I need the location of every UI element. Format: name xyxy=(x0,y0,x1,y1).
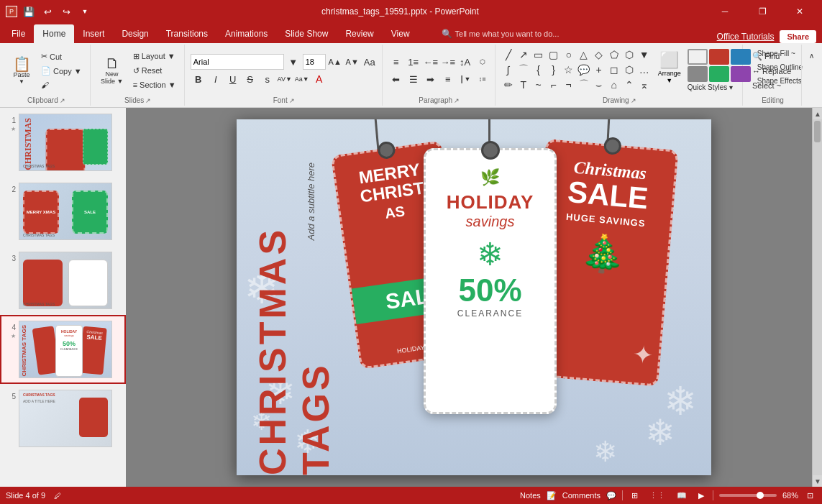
scroll-thumb[interactable] xyxy=(814,121,821,142)
tab-transitions[interactable]: Transitions xyxy=(157,24,216,43)
shape-r6[interactable]: ⌂ xyxy=(607,78,621,92)
zoom-thumb[interactable] xyxy=(757,492,764,499)
tab-animations[interactable]: Animations xyxy=(216,24,276,43)
find-button[interactable]: 🔍 Find xyxy=(749,50,795,63)
shape-action[interactable]: ⬡ xyxy=(622,63,636,77)
slides-expand[interactable]: ↗ xyxy=(145,97,151,104)
shape-diamond[interactable]: ◇ xyxy=(592,47,606,62)
strikethrough-button[interactable]: S xyxy=(242,71,258,87)
minimize-button[interactable]: ─ xyxy=(708,0,741,23)
char-spacing-button[interactable]: AV▼ xyxy=(277,71,293,87)
slide-thumb-4[interactable]: 4 ★ CHRISTMAS TAGS HOLIDAY savings 50% C… xyxy=(0,315,126,384)
bullets-button[interactable]: ≡ xyxy=(388,54,404,70)
shape-equation[interactable]: + xyxy=(592,63,606,77)
decrease-indent-button[interactable]: ←≡ xyxy=(423,54,439,70)
close-button[interactable]: ✕ xyxy=(783,0,816,23)
scroll-up-arrow[interactable]: ▲ xyxy=(813,108,822,119)
align-right-button[interactable]: ➡ xyxy=(423,71,439,87)
restore-button[interactable]: ❐ xyxy=(746,0,779,23)
shape-freeform[interactable]: ✏ xyxy=(501,78,516,92)
font-size-input[interactable]: 18 xyxy=(303,54,326,70)
shape-pentagon[interactable]: ⬠ xyxy=(607,47,621,62)
clipboard-expand[interactable]: ↗ xyxy=(60,97,65,104)
shape-r7[interactable]: ⌃ xyxy=(622,78,636,92)
shape-hexagon[interactable]: ⬡ xyxy=(622,47,636,62)
tab-insert[interactable]: Insert xyxy=(74,24,113,43)
align-left-button[interactable]: ⬅ xyxy=(388,71,404,87)
scroll-down-arrow[interactable]: ▼ xyxy=(813,475,822,487)
redo-button[interactable]: ↪ xyxy=(59,4,73,19)
undo-button[interactable]: ↩ xyxy=(40,4,55,19)
save-button[interactable]: 💾 xyxy=(22,4,36,19)
share-button[interactable]: Share xyxy=(780,30,816,43)
para-expand[interactable]: ↗ xyxy=(454,97,460,104)
font-color-button[interactable]: A xyxy=(311,71,327,87)
shape-r4[interactable]: ⌒ xyxy=(577,78,591,92)
slide-notes-edit[interactable]: 🖊 xyxy=(54,492,61,500)
new-slide-button[interactable]: 🗋 NewSlide ▼ xyxy=(96,54,128,87)
qs-2[interactable] xyxy=(709,49,729,65)
slide-thumb-2[interactable]: 2 MERRY XMAS SALE CHRISTMAS TAGS xyxy=(0,177,126,246)
slide-thumb-1[interactable]: 1 ★ CHRISTMAS CHRISTMAS TAGS xyxy=(0,108,126,177)
justify-button[interactable]: ≡ xyxy=(440,71,456,87)
qs-4[interactable] xyxy=(688,66,708,82)
fit-slide-button[interactable]: ⊡ xyxy=(804,490,816,502)
shape-brace[interactable]: } xyxy=(547,63,561,77)
shape-triangle[interactable]: △ xyxy=(577,47,591,62)
canvas-scrollbar[interactable]: ▲ ▼ xyxy=(812,108,822,487)
shape-more2[interactable]: … xyxy=(637,63,652,77)
shape-textbox[interactable]: T xyxy=(516,78,531,92)
font-expand[interactable]: ↗ xyxy=(289,97,295,104)
select-button[interactable]: Select ~ xyxy=(749,79,795,92)
shape-r3[interactable]: ¬ xyxy=(562,78,576,92)
tab-file[interactable]: File xyxy=(3,24,34,43)
shape-bracket[interactable]: { xyxy=(531,63,546,77)
tab-view[interactable]: View xyxy=(383,24,419,43)
shape-connector[interactable]: ⌒ xyxy=(516,63,531,77)
cut-button[interactable]: ✂ Cut xyxy=(37,50,86,63)
shape-oval[interactable]: ○ xyxy=(562,47,576,62)
shape-star[interactable]: ☆ xyxy=(562,63,576,77)
underline-button[interactable]: U xyxy=(225,71,241,87)
slide-list[interactable]: 1 ★ CHRISTMAS CHRISTMAS TAGS 2 xyxy=(0,108,126,487)
section-button[interactable]: ≡ Section ▼ xyxy=(129,78,180,91)
convert-smartart-button[interactable]: ⬡ xyxy=(475,54,490,70)
shape-line[interactable]: ╱ xyxy=(501,47,516,62)
shape-r5[interactable]: ⌣ xyxy=(592,78,606,92)
quick-styles-label[interactable]: Quick Styles ▾ xyxy=(688,83,733,91)
shape-r2[interactable]: ⌐ xyxy=(547,78,561,92)
clear-formatting-button[interactable]: Aa xyxy=(362,54,378,70)
italic-button[interactable]: I xyxy=(208,71,224,87)
slide-thumb-5[interactable]: 5 CHRISTMAS TAGS ADD A TITLE HERE xyxy=(0,384,126,453)
arrange-button[interactable]: ⬜ Arrange ▼ xyxy=(654,47,685,88)
shape-more[interactable]: ▼ xyxy=(637,47,652,62)
reset-button[interactable]: ↺ Reset xyxy=(129,64,180,78)
tab-search[interactable]: 🔍 Tell me what you want to do... xyxy=(433,24,568,43)
canvas-area[interactable]: ❄ ❄ ❄ ❄ ❄ ❄ ❄ CHRISTMAS TAGS Add a subti… xyxy=(126,108,822,487)
font-family-expand[interactable]: ▼ xyxy=(286,54,301,70)
change-case-button[interactable]: Aa▼ xyxy=(294,71,310,87)
shape-r8[interactable]: ⌅ xyxy=(637,78,652,92)
shape-callout[interactable]: 💬 xyxy=(577,63,591,77)
numbering-button[interactable]: 1≡ xyxy=(406,54,421,70)
view-normal[interactable]: ⊞ xyxy=(629,490,641,502)
bold-button[interactable]: B xyxy=(191,71,206,87)
comments-button[interactable]: Comments xyxy=(562,491,600,500)
font-family-dropdown[interactable]: Arial xyxy=(191,54,284,70)
align-center-button[interactable]: ☰ xyxy=(406,71,421,87)
zoom-level[interactable]: 68% xyxy=(782,491,798,500)
collapse-ribbon-button[interactable]: ∧ xyxy=(803,47,819,63)
tab-slideshow[interactable]: Slide Show xyxy=(276,24,337,43)
qs-5[interactable] xyxy=(709,66,729,82)
layout-button[interactable]: ⊞ Layout ▼ xyxy=(129,50,180,63)
slide-thumb-3[interactable]: 3 CHRISTMAS TAGS xyxy=(0,246,126,315)
drawing-expand[interactable]: ↗ xyxy=(631,97,636,104)
view-presenter[interactable]: ▶ xyxy=(695,490,707,502)
customize-qat-button[interactable]: ▼ xyxy=(78,4,92,19)
line-spacing-button[interactable]: ↕≡ xyxy=(475,71,490,87)
tab-review[interactable]: Review xyxy=(337,24,382,43)
tab-design[interactable]: Design xyxy=(113,24,157,43)
office-tutorials-link[interactable]: Office Tutorials xyxy=(717,32,775,42)
zoom-slider[interactable] xyxy=(719,494,777,497)
shape-curve2[interactable]: ~ xyxy=(531,78,546,92)
